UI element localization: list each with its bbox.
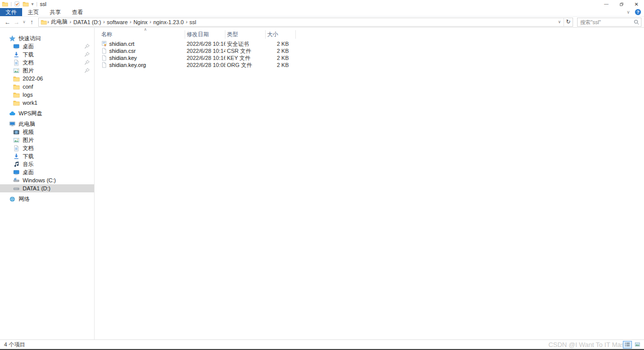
sidebar-item-documents[interactable]: 文档: [0, 144, 94, 152]
column-label: 类型: [227, 31, 238, 38]
thumbnail-view-icon: [634, 341, 640, 347]
address-dropdown-icon[interactable]: ∨: [555, 20, 564, 24]
picture-icon: [13, 67, 20, 74]
sidebar-item-label: Windows (C:): [23, 177, 56, 183]
sidebar-item-label: 网络: [19, 195, 30, 203]
separator: |: [11, 2, 12, 7]
download-icon: [13, 153, 20, 160]
qat-dropdown-icon[interactable]: ▾: [31, 2, 34, 7]
file-name: shidian.crt: [109, 41, 134, 47]
pin-icon[interactable]: [84, 67, 90, 74]
ribbon-collapse-icon[interactable]: ∨: [626, 10, 630, 15]
sidebar-item-pictures[interactable]: 图片: [0, 136, 94, 144]
sidebar-item-label: 下载: [23, 51, 34, 58]
sidebar-item-videos[interactable]: 视频: [0, 128, 94, 136]
restore-button[interactable]: [614, 0, 629, 8]
search-input[interactable]: [578, 19, 632, 25]
pin-icon[interactable]: [84, 51, 90, 58]
column-header-type[interactable]: 类型: [225, 30, 266, 39]
address-folder-icon: [41, 19, 47, 25]
file-type: ORG 文件: [225, 61, 266, 69]
download-icon: [13, 51, 20, 58]
sidebar-item-2022-06[interactable]: 2022-06: [0, 75, 94, 83]
file-date: 2022/6/28 10:16: [185, 41, 225, 47]
properties-check-icon[interactable]: [14, 1, 20, 7]
desktop-icon: [13, 43, 20, 50]
file-row-shidian-csr[interactable]: shidian.csr 2022/6/28 10:14 CSR 文件 2 KB: [100, 47, 644, 54]
column-label: 修改日期: [187, 31, 209, 38]
minimize-button[interactable]: —: [599, 0, 614, 8]
sidebar-item-desktop[interactable]: 桌面: [0, 168, 94, 176]
help-icon[interactable]: ?: [635, 9, 641, 15]
sidebar-item-network[interactable]: 网络: [0, 195, 94, 203]
breadcrumb-nginx[interactable]: Nginx: [132, 19, 149, 25]
file-row-shidian-key[interactable]: shidian.key 2022/6/28 10:16 KEY 文件 2 KB: [100, 54, 644, 61]
sidebar-item-logs[interactable]: logs: [0, 91, 94, 99]
sidebar-item-music[interactable]: 音乐: [0, 160, 94, 168]
sidebar-item-label: 文档: [23, 145, 34, 152]
address-bar[interactable]: › 此电脑 › DATA1 (D:) › software › Nginx › …: [38, 18, 573, 27]
thumbnail-view-button[interactable]: [633, 341, 642, 348]
column-header-size[interactable]: 大小: [266, 30, 296, 39]
new-folder-icon[interactable]: [23, 1, 29, 7]
title-bar: | ▾ | ssl — ✕: [0, 0, 644, 8]
breadcrumb-data1[interactable]: DATA1 (D:): [72, 19, 103, 25]
folder-icon: [13, 100, 20, 106]
column-header-date-modified[interactable]: 修改日期: [185, 30, 225, 39]
file-list-pane: 名称 ∧ 修改日期 类型 大小 shidian.crt: [95, 28, 644, 339]
file-row-shidian-crt[interactable]: shidian.crt 2022/6/28 10:16 安全证书 2 KB: [100, 40, 644, 47]
sidebar-item-label: 文档: [23, 59, 34, 66]
items-count: 4 个项目: [4, 341, 25, 348]
sidebar-item-windows-c[interactable]: Windows (C:): [0, 176, 94, 184]
sidebar-item-conf[interactable]: conf: [0, 83, 94, 91]
file-icon: [101, 62, 107, 68]
sidebar-item-work1[interactable]: work1: [0, 99, 94, 107]
file-row-shidian-key-org[interactable]: shidian.key.org 2022/6/28 10:08 ORG 文件 2…: [100, 61, 644, 68]
music-icon: [13, 161, 20, 168]
tab-view[interactable]: 查看: [66, 8, 89, 16]
pin-icon[interactable]: [84, 59, 90, 66]
sidebar-item-desktop-pinned[interactable]: 桌面: [0, 42, 94, 50]
pin-icon[interactable]: [84, 43, 90, 50]
file-size: 2 KB: [266, 62, 296, 68]
column-label: 名称: [101, 31, 112, 38]
tab-home[interactable]: 主页: [22, 8, 44, 16]
breadcrumb-ssl[interactable]: ssl: [188, 19, 198, 25]
file-date: 2022/6/28 10:16: [185, 55, 225, 61]
back-button[interactable]: ←: [3, 19, 12, 26]
tab-share[interactable]: 共享: [44, 8, 66, 16]
column-header-name[interactable]: 名称 ∧: [100, 30, 185, 39]
forward-button[interactable]: →: [12, 19, 21, 26]
sidebar-item-label: DATA1 (D:): [23, 185, 50, 191]
sidebar-item-downloads[interactable]: 下载: [0, 152, 94, 160]
sidebar-item-quick-access[interactable]: 快速访问: [0, 34, 94, 42]
navigation-pane: 快速访问 桌面 下载 文档 图片: [0, 28, 95, 339]
breadcrumb-software[interactable]: software: [105, 19, 129, 25]
document-icon: [13, 59, 20, 66]
sidebar-item-this-pc[interactable]: 此电脑: [0, 120, 94, 128]
file-size: 2 KB: [266, 55, 296, 61]
search-icon[interactable]: [632, 19, 641, 25]
breadcrumb-nginx-version[interactable]: nginx-1.23.0: [152, 19, 186, 25]
separator: |: [36, 2, 37, 7]
desktop-icon: [13, 169, 20, 176]
sidebar-item-label: 桌面: [23, 43, 34, 50]
breadcrumb-this-pc[interactable]: 此电脑: [49, 18, 69, 26]
sidebar-item-wps-cloud[interactable]: WPS网盘: [0, 109, 94, 117]
sidebar-item-downloads-pinned[interactable]: 下载: [0, 50, 94, 58]
sidebar-item-pictures-pinned[interactable]: 图片: [0, 66, 94, 75]
recent-locations-icon[interactable]: ∨: [21, 20, 27, 24]
star-icon: [9, 35, 16, 42]
up-button[interactable]: ↑: [27, 19, 36, 26]
details-view-button[interactable]: [623, 341, 632, 348]
tab-file[interactable]: 文件: [0, 8, 22, 16]
sidebar-item-data1-d[interactable]: DATA1 (D:): [0, 184, 94, 192]
window-controls: — ✕: [599, 0, 644, 8]
sidebar-item-documents-pinned[interactable]: 文档: [0, 58, 94, 66]
close-button[interactable]: ✕: [629, 0, 644, 8]
refresh-icon[interactable]: ↻: [564, 18, 573, 26]
folder-icon: [13, 76, 20, 82]
restore-icon: [619, 2, 624, 7]
document-icon: [13, 145, 20, 152]
sidebar-item-label: 快速访问: [19, 35, 41, 42]
